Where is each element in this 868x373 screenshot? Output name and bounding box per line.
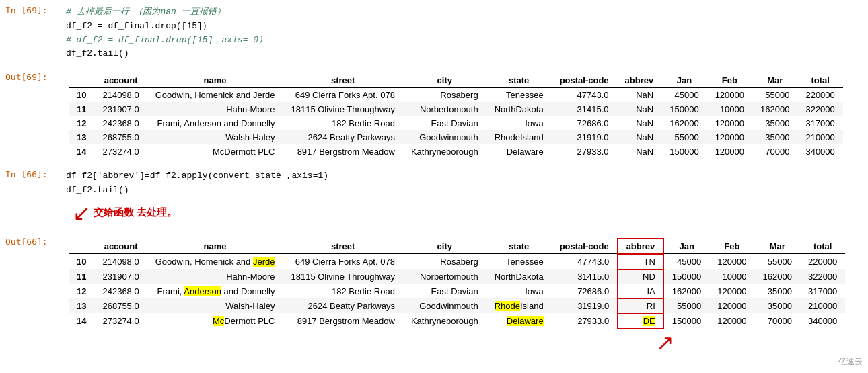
arrow-right-annotation: ↗ [66,330,863,356]
table-row: 8917 Bergstrom Meadow [283,313,402,328]
code-comment-1: # 去掉最后一行 （因为nan 一直报错） [66,7,225,17]
table-row: Rosaberg [403,254,486,270]
col2-header-postal: postal-code [552,239,618,254]
col-header-mar: Mar [752,73,797,88]
table-row: 35000 [752,130,797,144]
table-69: account name street city state postal-co… [69,73,843,159]
code-line-2: df_f2 = df_final.drop([15]） [66,21,211,31]
col-header-city: city [403,73,486,88]
table-row: McDermott PLC [147,313,283,328]
table-row: 35000 [755,298,800,313]
table-row: RhodeIsland [486,130,552,144]
table-row: 27933.0 [552,313,618,328]
col2-header-account: account [94,239,147,254]
cell-label-out-69: Out[69]: [0,69,61,161]
table-row: Iowa [486,284,552,298]
table-row: 649 Cierra Forks Apt. 078 [283,88,402,103]
table-row: Frami, Anderson and Donnelly [147,284,283,298]
table-row: NaN [617,88,662,103]
cell-label-in-66: In [66]: [0,167,61,229]
table-row: NorthDakota [486,102,552,116]
cell-in-69: In [69]: # 去掉最后一行 （因为nan 一直报错） df_f2 = d… [0,0,868,67]
col-header-abbrev: abbrev [617,73,662,88]
table-row: Tenessee [486,88,552,103]
cell-out-66: Out[66]: account name street city state … [0,231,868,361]
table-row: 70000 [752,144,797,159]
table-row: 13 [69,298,94,313]
cell-code-66: df_f2['abbrev']=df_f2.apply(convert_stat… [61,167,868,229]
table-row: 150000 [661,102,707,116]
table-row: 162000 [755,269,800,284]
table-row: 18115 Olivine Throughway [283,269,402,284]
cell-label-in-69: In [69]: [0,3,61,64]
col2-header-mar: Mar [755,239,800,254]
table-row: 55000 [661,130,707,144]
table-row: 31919.0 [552,130,617,144]
table-row: 322000 [797,102,842,116]
col-header-feb: Feb [707,73,752,88]
table-row: 10000 [707,102,752,116]
col-header-idx [69,73,94,88]
col-header-account: account [94,73,147,88]
table-row: 31415.0 [552,102,617,116]
table-row: 120000 [707,144,752,159]
table-row: 2624 Beatty Parkways [283,130,402,144]
table-row: McDermott PLC [147,144,283,159]
table-row: 47743.0 [552,88,617,103]
table-row: 70000 [755,313,800,328]
table-row: 268755.0 [94,298,147,313]
table-row: NaN [617,130,662,144]
col-header-state: state [486,73,552,88]
table-row: 120000 [709,254,754,270]
table-row: 150000 [661,144,707,159]
cell-output-69: account name street city state postal-co… [61,69,868,161]
table-row: 231907.0 [94,102,147,116]
table-row: 27933.0 [552,144,617,159]
table-row: 317000 [797,116,842,130]
col-header-name: name [147,73,283,88]
table-row: 120000 [709,313,754,328]
table-row: 120000 [709,284,754,298]
table-row: 31415.0 [552,269,618,284]
table-row: Goodwin, Homenick and Jerde [147,254,283,270]
col-header-street: street [283,73,402,88]
table-row: NaN [617,102,662,116]
table-row: 14 [69,144,94,159]
table-row: 8917 Bergstrom Meadow [283,144,402,159]
table-row: 120000 [707,130,752,144]
table-row: 273274.0 [94,144,147,159]
col2-header-abbrev: abbrev [618,239,664,254]
table-row: 317000 [800,284,845,298]
annotation-text: 交给函数 去处理。 [94,206,177,219]
table-row: 12 [69,116,94,130]
table-row: RhodeIsland [486,298,552,313]
table-row: Iowa [486,116,552,130]
arrow-right-icon: ↗ [656,330,674,356]
arrow-annotation: ↙ 交给函数 去处理。 [73,200,863,226]
table-row: Kathryneborough [403,144,486,159]
table-row: 10000 [709,269,754,284]
table-row: 214098.0 [94,88,147,103]
table-row: 242368.0 [94,116,147,130]
table-row: 13 [69,130,94,144]
cell-out-69: Out[69]: account name street city state … [0,67,868,164]
table-row: 35000 [755,284,800,298]
table-row: 162000 [663,284,709,298]
table-row: Walsh-Haley [147,130,283,144]
table-row: Delaware [486,144,552,159]
table-row: 150000 [663,269,709,284]
col-header-postal: postal-code [552,73,617,88]
cell-label-out-66: Out[66]: [0,234,61,358]
table-row: East Davian [403,116,486,130]
table-row: 120000 [709,298,754,313]
table-row: IA [618,284,664,298]
table-row: 220000 [800,254,845,270]
col-header-jan: Jan [661,73,707,88]
table-row: 55000 [663,298,709,313]
table-row: Hahn-Moore [147,269,283,284]
table-row: Hahn-Moore [147,102,283,116]
table-row: Rosaberg [403,88,486,103]
table-row: Kathryneborough [403,313,486,328]
table-row: 242368.0 [94,284,147,298]
table-row: 11 [69,269,94,284]
